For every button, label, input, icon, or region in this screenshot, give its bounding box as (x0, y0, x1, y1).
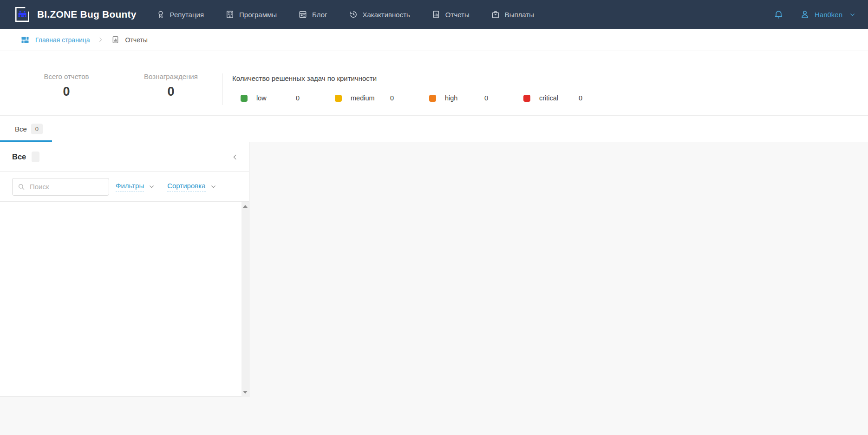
nav-right: Han0ken (773, 9, 856, 20)
tab-bar: Все 0 (0, 115, 868, 142)
filters-label: Фильтры (116, 182, 144, 191)
building-icon (225, 10, 235, 19)
panel-title: Все (12, 152, 26, 161)
nav-item-label: Отчеты (445, 11, 470, 19)
breadcrumb: Главная страница Отчеты (0, 29, 868, 51)
user-menu[interactable]: Han0ken (800, 9, 856, 20)
severity-item-critical: critical 0 (515, 93, 609, 104)
severity-count: 0 (296, 94, 300, 102)
severity-item-low: low 0 (232, 93, 326, 104)
severity-label: medium (351, 94, 375, 102)
severity-block: Количество решенных задач по критичности… (232, 74, 609, 104)
nav-item-label: Выплаты (505, 11, 534, 19)
top-nav: BI.ZONE Bug Bounty Репутация Программы (0, 0, 868, 29)
scroll-up-icon[interactable] (243, 205, 248, 208)
search-box (12, 178, 109, 196)
report-icon (431, 10, 441, 19)
main-area: Все Фильтры (0, 142, 868, 435)
severity-label: high (445, 94, 457, 102)
severity-label: low (256, 94, 267, 102)
nav-item-payouts[interactable]: Выплаты (491, 10, 534, 19)
breadcrumb-home-link[interactable]: Главная страница (20, 35, 90, 45)
panel-header: Все (0, 142, 249, 172)
search-icon (17, 183, 26, 191)
nav-item-reputation[interactable]: Репутация (156, 10, 204, 19)
severity-critical-swatch (523, 95, 530, 102)
nav-item-blog[interactable]: Блог (298, 10, 327, 19)
search-input[interactable] (12, 178, 109, 196)
chevron-down-icon (148, 183, 155, 190)
breadcrumb-current: Отчеты (111, 35, 148, 44)
panel-toolbar: Фильтры Сортировка (0, 172, 249, 202)
severity-low-swatch (241, 95, 248, 102)
severity-high-swatch (429, 95, 436, 102)
stat-total-reports: Всего отчетов 0 (22, 72, 111, 99)
main-menu: Репутация Программы Блог (156, 10, 534, 19)
chevron-down-icon (210, 183, 217, 190)
bell-icon (773, 9, 784, 20)
nav-item-hacktivity[interactable]: Хакактивность (349, 10, 410, 19)
person-icon (800, 9, 810, 20)
history-icon (349, 10, 358, 19)
severity-item-high: high 0 (421, 93, 515, 104)
reports-list-panel: Все Фильтры (0, 142, 249, 397)
stats-divider (222, 73, 222, 105)
payouts-icon (491, 10, 500, 19)
stat-value: 0 (127, 85, 215, 99)
breadcrumb-separator (98, 37, 104, 43)
severity-medium-swatch (335, 95, 342, 102)
severity-item-medium: medium 0 (326, 93, 421, 104)
chevron-right-icon (98, 37, 104, 43)
sort-label: Сортировка (167, 182, 205, 191)
panel-count-badge (32, 152, 39, 162)
chevron-left-icon (231, 153, 239, 161)
nav-item-label: Хакактивность (363, 11, 410, 19)
nav-item-label: Блог (312, 11, 327, 19)
severity-legend: low 0 medium 0 high 0 critical 0 (232, 93, 609, 104)
dashboard-grid-icon (20, 35, 30, 45)
panel-scrollbar[interactable] (241, 202, 249, 397)
severity-count: 0 (484, 94, 488, 102)
tab-count-badge: 0 (31, 124, 43, 134)
username: Han0ken (815, 11, 842, 19)
panel-collapse-button[interactable] (231, 153, 239, 161)
brand-title[interactable]: BI.ZONE Bug Bounty (37, 9, 137, 20)
bug-icon (19, 11, 26, 17)
stat-value: 0 (22, 85, 111, 99)
nav-item-programs[interactable]: Программы (225, 10, 277, 19)
nav-item-reports[interactable]: Отчеты (431, 10, 470, 19)
bizone-logo[interactable] (13, 6, 31, 23)
breadcrumb-current-label: Отчеты (125, 36, 148, 44)
filters-dropdown[interactable]: Фильтры (116, 182, 155, 191)
report-icon (111, 35, 120, 44)
nav-item-label: Программы (239, 11, 277, 19)
notifications-button[interactable] (773, 9, 784, 20)
blog-icon (298, 10, 307, 19)
severity-title: Количество решенных задач по критичности (232, 74, 609, 82)
stat-label: Всего отчетов (22, 72, 111, 80)
stat-label: Вознаграждения (127, 72, 215, 80)
sort-dropdown[interactable]: Сортировка (167, 182, 216, 191)
stats-section: Всего отчетов 0 Вознаграждения 0 Количес… (0, 51, 868, 115)
severity-count: 0 (579, 94, 582, 102)
scroll-down-icon[interactable] (243, 391, 248, 394)
tab-all[interactable]: Все 0 (0, 116, 43, 142)
stat-rewards: Вознаграждения 0 (127, 72, 215, 99)
nav-item-label: Репутация (170, 11, 204, 19)
severity-count: 0 (390, 94, 394, 102)
tab-label: Все (15, 125, 27, 133)
severity-label: critical (539, 94, 558, 102)
medal-icon (156, 10, 165, 19)
breadcrumb-home-label: Главная страница (35, 36, 90, 44)
chevron-down-icon (849, 11, 856, 18)
